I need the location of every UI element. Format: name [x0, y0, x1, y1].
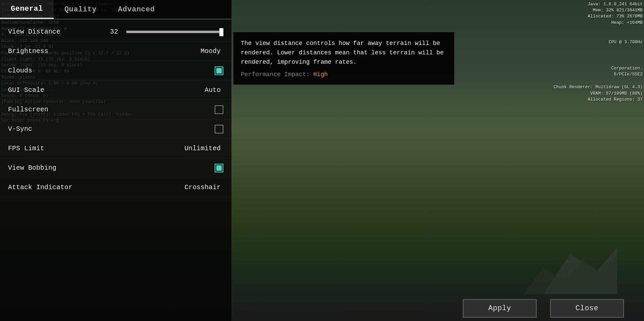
- fullscreen-checkbox[interactable]: [215, 105, 223, 114]
- setting-row-fullscreen: Fullscreen: [0, 100, 231, 119]
- setting-label-view-bobbing: View Bobbing: [8, 164, 215, 172]
- vsync-checkbox[interactable]: [215, 125, 223, 133]
- setting-label-view-distance: View Distance: [8, 28, 110, 36]
- settings-panel: General Quality Advanced View Distance 3…: [0, 0, 231, 321]
- tooltip-performance: Performance Impact: High: [241, 71, 447, 78]
- tooltip-performance-value: High: [313, 71, 328, 78]
- clouds-checkbox[interactable]: [215, 66, 223, 75]
- setting-label-vsync: V-Sync: [8, 125, 215, 133]
- tab-quality[interactable]: Quality: [54, 0, 107, 19]
- setting-value-attack-indicator: Crosshair: [184, 183, 221, 191]
- view-bobbing-checkbox[interactable]: [215, 164, 223, 172]
- tooltip: The view distance controls how far away …: [233, 32, 454, 85]
- setting-row-vsync: V-Sync: [0, 119, 231, 139]
- setting-label-brightness: Brightness: [8, 47, 201, 55]
- clouds-checkbox-inner: [216, 68, 222, 73]
- setting-label-clouds: Clouds: [8, 67, 215, 74]
- bottom-bar: Apply Close: [0, 296, 644, 321]
- setting-label-attack-indicator: Attack Indicator: [8, 183, 184, 191]
- apply-button[interactable]: Apply: [463, 299, 537, 318]
- setting-row-attack-indicator[interactable]: Attack Indicator Crosshair: [0, 178, 231, 197]
- setting-row-clouds: Clouds: [0, 61, 231, 81]
- settings-content: View Distance 32 Brightness Moody Clouds…: [0, 19, 231, 321]
- setting-label-fullscreen: Fullscreen: [8, 106, 215, 113]
- close-button[interactable]: Close: [550, 299, 624, 318]
- tab-advanced[interactable]: Advanced: [107, 0, 166, 19]
- view-distance-slider-thumb[interactable]: [219, 28, 223, 36]
- tooltip-text: The view distance controls how far away …: [241, 39, 447, 67]
- view-bobbing-checkbox-inner: [216, 165, 222, 171]
- setting-value-fps-limit: Unlimited: [184, 145, 221, 152]
- tooltip-performance-label: Performance Impact:: [241, 71, 310, 78]
- setting-row-view-distance: View Distance 32: [0, 22, 231, 42]
- tab-general[interactable]: General: [0, 0, 54, 19]
- setting-label-gui-scale: GUI Scale: [8, 86, 205, 94]
- setting-value-gui-scale: Auto: [205, 86, 221, 94]
- view-distance-slider-container: 32: [110, 28, 223, 36]
- setting-row-brightness[interactable]: Brightness Moody: [0, 42, 231, 61]
- view-distance-slider-fill: [126, 31, 223, 33]
- setting-row-view-bobbing: View Bobbing: [0, 158, 231, 178]
- setting-label-fps-limit: FPS Limit: [8, 145, 184, 152]
- setting-row-gui-scale[interactable]: GUI Scale Auto: [0, 81, 231, 100]
- tabs-container: General Quality Advanced: [0, 0, 231, 19]
- setting-value-brightness: Moody: [201, 47, 221, 55]
- setting-row-fps-limit[interactable]: FPS Limit Unlimited: [0, 139, 231, 158]
- view-distance-value: 32: [110, 28, 122, 36]
- view-distance-slider[interactable]: [126, 31, 223, 33]
